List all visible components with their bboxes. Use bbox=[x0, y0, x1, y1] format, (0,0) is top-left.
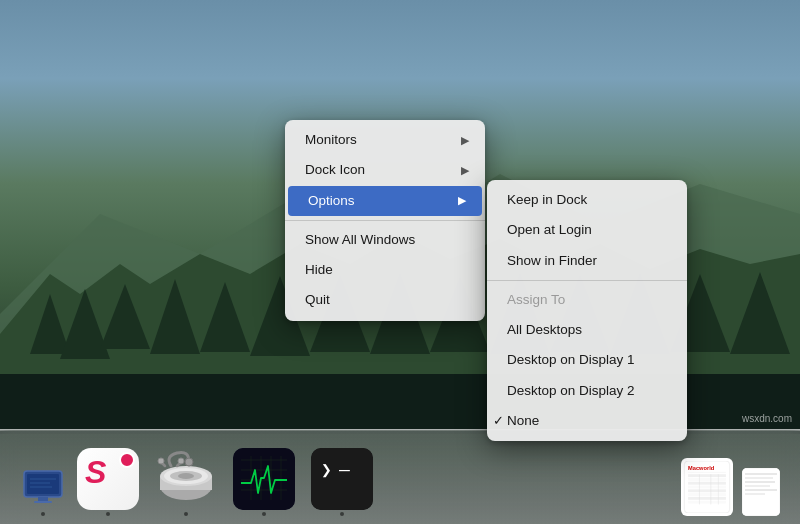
submenu-item-none[interactable]: None bbox=[487, 406, 687, 436]
menu-item-options[interactable]: Options ▶ bbox=[288, 186, 482, 216]
menu-item-hide[interactable]: Hide bbox=[285, 255, 485, 285]
dock-dot-disk-utility bbox=[184, 512, 188, 516]
submenu-assign-to-label: Assign To bbox=[507, 290, 565, 310]
dock-item-monitor[interactable] bbox=[20, 446, 65, 516]
svg-rect-56 bbox=[688, 497, 726, 500]
menu-item-dock-icon-label: Dock Icon bbox=[305, 160, 365, 180]
dock-dot-activity-monitor bbox=[262, 512, 266, 516]
dock-item-terminal[interactable]: ❯ — bbox=[307, 446, 377, 516]
submenu-open-at-login-label: Open at Login bbox=[507, 220, 592, 240]
submenu-desktop-display2-label: Desktop on Display 2 bbox=[507, 381, 635, 401]
activity-monitor-icon bbox=[233, 448, 295, 510]
svg-rect-55 bbox=[688, 493, 726, 496]
dock-item-slack[interactable] bbox=[73, 446, 143, 516]
svg-rect-35 bbox=[233, 448, 295, 510]
submenu-item-desktop-display1[interactable]: Desktop on Display 1 bbox=[487, 345, 687, 375]
options-submenu: Keep in Dock Open at Login Show in Finde… bbox=[487, 180, 687, 441]
svg-rect-57 bbox=[688, 501, 726, 504]
submenu-item-open-at-login[interactable]: Open at Login bbox=[487, 215, 687, 245]
dock-icon-activity-monitor bbox=[233, 448, 295, 510]
svg-rect-51 bbox=[688, 478, 726, 481]
menu-item-dock-icon[interactable]: Dock Icon ▶ bbox=[285, 155, 485, 185]
dock-dot-slack bbox=[106, 512, 110, 516]
svg-rect-64 bbox=[745, 481, 775, 483]
svg-text:Macworld: Macworld bbox=[688, 465, 715, 471]
menu-item-monitors-label: Monitors bbox=[305, 130, 357, 150]
watermark: wsxdn.com bbox=[742, 413, 792, 424]
context-menu-container: Monitors ▶ Dock Icon ▶ Options ▶ Show Al… bbox=[285, 120, 687, 441]
dock-item-doc2[interactable] bbox=[742, 446, 780, 516]
svg-rect-52 bbox=[688, 482, 726, 485]
svg-rect-67 bbox=[745, 493, 765, 495]
svg-rect-53 bbox=[688, 486, 726, 489]
dock-icon-doc1: Macworld bbox=[681, 458, 733, 516]
svg-text:—: — bbox=[339, 459, 350, 480]
submenu-show-in-finder-label: Show in Finder bbox=[507, 251, 597, 271]
monitor-icon bbox=[22, 469, 64, 507]
submenu-keep-in-dock-label: Keep in Dock bbox=[507, 190, 587, 210]
dock-item-doc1[interactable]: Macworld bbox=[679, 446, 734, 516]
dock-dot-terminal bbox=[340, 512, 344, 516]
menu-item-quit[interactable]: Quit bbox=[285, 285, 485, 315]
submenu-item-keep-in-dock[interactable]: Keep in Dock bbox=[487, 185, 687, 215]
document2-icon bbox=[742, 468, 780, 516]
svg-point-29 bbox=[178, 473, 194, 479]
svg-rect-65 bbox=[745, 485, 770, 487]
slack-notification-dot bbox=[119, 452, 135, 468]
terminal-icon: ❯ — bbox=[311, 448, 373, 510]
submenu-arrow-monitors: ▶ bbox=[461, 132, 469, 149]
dock-item-activity-monitor[interactable] bbox=[229, 446, 299, 516]
submenu-arrow-options: ▶ bbox=[458, 192, 466, 209]
svg-rect-61 bbox=[742, 468, 780, 516]
menu-item-options-label: Options bbox=[308, 191, 355, 211]
dock-dot-monitor bbox=[41, 512, 45, 516]
submenu-item-assign-to: Assign To bbox=[487, 285, 687, 315]
dock-icon-disk-utility bbox=[155, 448, 217, 510]
submenu-item-show-in-finder[interactable]: Show in Finder bbox=[487, 246, 687, 276]
menu-item-quit-label: Quit bbox=[305, 290, 330, 310]
svg-rect-19 bbox=[38, 497, 48, 501]
svg-rect-66 bbox=[745, 489, 777, 491]
svg-point-33 bbox=[158, 458, 164, 464]
dock-icon-monitor bbox=[20, 465, 65, 510]
submenu-item-all-desktops[interactable]: All Desktops bbox=[487, 315, 687, 345]
submenu-item-desktop-display2[interactable]: Desktop on Display 2 bbox=[487, 376, 687, 406]
dock: ❯ — Macworld bbox=[0, 429, 800, 524]
svg-rect-18 bbox=[27, 474, 59, 494]
submenu-arrow-dock-icon: ▶ bbox=[461, 162, 469, 179]
disk-utility-icon bbox=[155, 448, 217, 510]
menu-item-show-all-windows-label: Show All Windows bbox=[305, 230, 415, 250]
document1-icon: Macworld bbox=[683, 461, 731, 513]
menu-item-show-all-windows[interactable]: Show All Windows bbox=[285, 225, 485, 255]
dock-item-disk-utility[interactable] bbox=[151, 446, 221, 516]
svg-text:❯: ❯ bbox=[321, 459, 332, 480]
svg-rect-50 bbox=[688, 474, 726, 477]
menu-item-monitors[interactable]: Monitors ▶ bbox=[285, 125, 485, 155]
submenu-none-label: None bbox=[507, 411, 539, 431]
submenu-all-desktops-label: All Desktops bbox=[507, 320, 582, 340]
dock-icon-doc2 bbox=[742, 468, 780, 516]
svg-point-30 bbox=[185, 458, 193, 466]
dock-icon-terminal: ❯ — bbox=[311, 448, 373, 510]
svg-rect-54 bbox=[688, 489, 726, 492]
context-menu: Monitors ▶ Dock Icon ▶ Options ▶ Show Al… bbox=[285, 120, 485, 321]
svg-rect-63 bbox=[745, 477, 773, 479]
submenu-desktop-display1-label: Desktop on Display 1 bbox=[507, 350, 635, 370]
submenu-separator-1 bbox=[487, 280, 687, 281]
svg-rect-62 bbox=[745, 473, 777, 475]
menu-separator-1 bbox=[285, 220, 485, 221]
dock-icon-slack bbox=[77, 448, 139, 510]
svg-rect-20 bbox=[34, 501, 52, 503]
svg-point-34 bbox=[178, 458, 184, 464]
menu-item-hide-label: Hide bbox=[305, 260, 333, 280]
